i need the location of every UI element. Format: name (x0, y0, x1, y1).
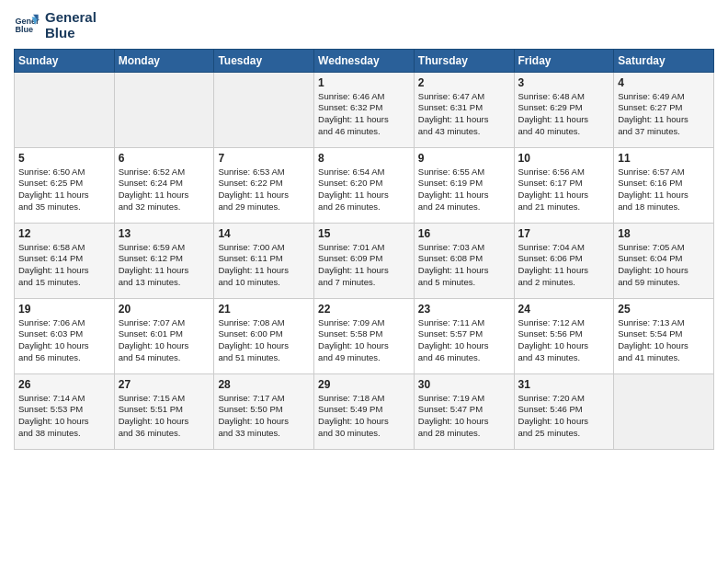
calendar-cell: 28Sunrise: 7:17 AM Sunset: 5:50 PM Dayli… (214, 373, 314, 449)
day-number: 1 (318, 76, 410, 89)
cell-info: Sunrise: 6:56 AM Sunset: 6:17 PM Dayligh… (518, 167, 610, 213)
calendar-cell: 2Sunrise: 6:47 AM Sunset: 6:31 PM Daylig… (414, 72, 514, 147)
day-number: 31 (518, 378, 610, 391)
calendar-cell: 25Sunrise: 7:13 AM Sunset: 5:54 PM Dayli… (614, 298, 714, 373)
day-number: 21 (218, 303, 310, 316)
calendar-week-1: 1Sunrise: 6:46 AM Sunset: 6:32 PM Daylig… (15, 72, 714, 147)
calendar-cell: 5Sunrise: 6:50 AM Sunset: 6:25 PM Daylig… (15, 147, 115, 223)
calendar-cell: 13Sunrise: 6:59 AM Sunset: 6:12 PM Dayli… (114, 223, 214, 298)
calendar-week-3: 12Sunrise: 6:58 AM Sunset: 6:14 PM Dayli… (15, 223, 714, 298)
weekday-header-sunday: Sunday (15, 49, 115, 72)
day-number: 3 (518, 76, 610, 89)
header: General Blue General Blue (14, 9, 714, 41)
day-number: 27 (119, 378, 210, 391)
calendar-cell: 23Sunrise: 7:11 AM Sunset: 5:57 PM Dayli… (414, 298, 514, 373)
calendar-cell: 27Sunrise: 7:15 AM Sunset: 5:51 PM Dayli… (114, 373, 214, 449)
calendar-cell: 30Sunrise: 7:19 AM Sunset: 5:47 PM Dayli… (414, 373, 514, 449)
cell-info: Sunrise: 6:49 AM Sunset: 6:27 PM Dayligh… (618, 91, 710, 138)
calendar-cell: 4Sunrise: 6:49 AM Sunset: 6:27 PM Daylig… (614, 72, 714, 147)
day-number: 13 (119, 227, 210, 240)
calendar-cell: 12Sunrise: 6:58 AM Sunset: 6:14 PM Dayli… (15, 223, 115, 298)
weekday-header-monday: Monday (114, 49, 214, 72)
cell-info: Sunrise: 6:48 AM Sunset: 6:29 PM Dayligh… (518, 91, 610, 138)
calendar-cell: 7Sunrise: 6:53 AM Sunset: 6:22 PM Daylig… (214, 147, 314, 223)
calendar-cell: 10Sunrise: 6:56 AM Sunset: 6:17 PM Dayli… (514, 147, 614, 223)
calendar-cell: 19Sunrise: 7:06 AM Sunset: 6:03 PM Dayli… (15, 298, 115, 373)
calendar-cell: 14Sunrise: 7:00 AM Sunset: 6:11 PM Dayli… (214, 223, 314, 298)
cell-info: Sunrise: 7:15 AM Sunset: 5:51 PM Dayligh… (119, 393, 210, 440)
day-number: 14 (218, 227, 310, 240)
calendar-cell (214, 72, 314, 147)
cell-info: Sunrise: 7:05 AM Sunset: 6:04 PM Dayligh… (618, 242, 710, 289)
calendar-cell: 20Sunrise: 7:07 AM Sunset: 6:01 PM Dayli… (114, 298, 214, 373)
calendar-cell: 6Sunrise: 6:52 AM Sunset: 6:24 PM Daylig… (114, 147, 214, 223)
day-number: 25 (618, 303, 710, 316)
calendar-cell (15, 72, 115, 147)
day-number: 26 (18, 378, 110, 391)
calendar-cell (614, 373, 714, 449)
cell-info: Sunrise: 6:53 AM Sunset: 6:22 PM Dayligh… (218, 167, 310, 213)
cell-info: Sunrise: 7:14 AM Sunset: 5:53 PM Dayligh… (18, 393, 110, 440)
calendar-cell: 15Sunrise: 7:01 AM Sunset: 6:09 PM Dayli… (314, 223, 415, 298)
day-number: 20 (119, 303, 210, 316)
calendar-cell: 24Sunrise: 7:12 AM Sunset: 5:56 PM Dayli… (514, 298, 614, 373)
calendar-cell: 29Sunrise: 7:18 AM Sunset: 5:49 PM Dayli… (314, 373, 415, 449)
day-number: 11 (618, 152, 710, 165)
logo-text: General Blue (45, 9, 97, 41)
cell-info: Sunrise: 7:07 AM Sunset: 6:01 PM Dayligh… (119, 317, 210, 364)
day-number: 24 (518, 303, 610, 316)
cell-info: Sunrise: 7:06 AM Sunset: 6:03 PM Dayligh… (18, 317, 110, 364)
calendar-cell: 16Sunrise: 7:03 AM Sunset: 6:08 PM Dayli… (414, 223, 514, 298)
day-number: 2 (418, 76, 510, 89)
calendar-cell: 1Sunrise: 6:46 AM Sunset: 6:32 PM Daylig… (314, 72, 415, 147)
weekday-header-row: SundayMondayTuesdayWednesdayThursdayFrid… (15, 49, 714, 72)
logo: General Blue General Blue (14, 9, 97, 41)
calendar-week-4: 19Sunrise: 7:06 AM Sunset: 6:03 PM Dayli… (15, 298, 714, 373)
calendar-cell: 18Sunrise: 7:05 AM Sunset: 6:04 PM Dayli… (614, 223, 714, 298)
cell-info: Sunrise: 7:20 AM Sunset: 5:46 PM Dayligh… (518, 393, 610, 440)
calendar-cell: 11Sunrise: 6:57 AM Sunset: 6:16 PM Dayli… (614, 147, 714, 223)
weekday-header-wednesday: Wednesday (314, 49, 415, 72)
logo-icon: General Blue (14, 12, 40, 38)
day-number: 10 (518, 152, 610, 165)
calendar-cell: 3Sunrise: 6:48 AM Sunset: 6:29 PM Daylig… (514, 72, 614, 147)
day-number: 15 (318, 227, 410, 240)
weekday-header-thursday: Thursday (414, 49, 514, 72)
calendar-cell: 9Sunrise: 6:55 AM Sunset: 6:19 PM Daylig… (414, 147, 514, 223)
calendar-week-5: 26Sunrise: 7:14 AM Sunset: 5:53 PM Dayli… (15, 373, 714, 449)
cell-info: Sunrise: 7:09 AM Sunset: 5:58 PM Dayligh… (318, 317, 410, 364)
cell-info: Sunrise: 7:13 AM Sunset: 5:54 PM Dayligh… (618, 317, 710, 364)
cell-info: Sunrise: 6:54 AM Sunset: 6:20 PM Dayligh… (318, 167, 410, 213)
cell-info: Sunrise: 7:01 AM Sunset: 6:09 PM Dayligh… (318, 242, 410, 289)
day-number: 5 (18, 152, 110, 165)
cell-info: Sunrise: 6:58 AM Sunset: 6:14 PM Dayligh… (18, 242, 110, 289)
cell-info: Sunrise: 6:57 AM Sunset: 6:16 PM Dayligh… (618, 167, 710, 213)
cell-info: Sunrise: 7:19 AM Sunset: 5:47 PM Dayligh… (418, 393, 510, 440)
day-number: 29 (318, 378, 410, 391)
day-number: 8 (318, 152, 410, 165)
day-number: 23 (418, 303, 510, 316)
cell-info: Sunrise: 7:04 AM Sunset: 6:06 PM Dayligh… (518, 242, 610, 289)
day-number: 9 (418, 152, 510, 165)
day-number: 19 (18, 303, 110, 316)
day-number: 30 (418, 378, 510, 391)
calendar-cell: 8Sunrise: 6:54 AM Sunset: 6:20 PM Daylig… (314, 147, 415, 223)
calendar-cell: 22Sunrise: 7:09 AM Sunset: 5:58 PM Dayli… (314, 298, 415, 373)
calendar-cell: 26Sunrise: 7:14 AM Sunset: 5:53 PM Dayli… (15, 373, 115, 449)
cell-info: Sunrise: 6:59 AM Sunset: 6:12 PM Dayligh… (119, 242, 210, 289)
calendar-week-2: 5Sunrise: 6:50 AM Sunset: 6:25 PM Daylig… (15, 147, 714, 223)
day-number: 12 (18, 227, 110, 240)
cell-info: Sunrise: 7:12 AM Sunset: 5:56 PM Dayligh… (518, 317, 610, 364)
calendar-table: SundayMondayTuesdayWednesdayThursdayFrid… (14, 49, 714, 450)
calendar-cell: 17Sunrise: 7:04 AM Sunset: 6:06 PM Dayli… (514, 223, 614, 298)
cell-info: Sunrise: 6:47 AM Sunset: 6:31 PM Dayligh… (418, 91, 510, 138)
day-number: 17 (518, 227, 610, 240)
calendar-cell: 21Sunrise: 7:08 AM Sunset: 6:00 PM Dayli… (214, 298, 314, 373)
day-number: 18 (618, 227, 710, 240)
calendar-cell: 31Sunrise: 7:20 AM Sunset: 5:46 PM Dayli… (514, 373, 614, 449)
cell-info: Sunrise: 7:00 AM Sunset: 6:11 PM Dayligh… (218, 242, 310, 289)
cell-info: Sunrise: 6:52 AM Sunset: 6:24 PM Dayligh… (119, 167, 210, 213)
cell-info: Sunrise: 7:18 AM Sunset: 5:49 PM Dayligh… (318, 393, 410, 440)
page: General Blue General Blue SundayMondayTu… (0, 0, 728, 563)
calendar-cell (114, 72, 214, 147)
